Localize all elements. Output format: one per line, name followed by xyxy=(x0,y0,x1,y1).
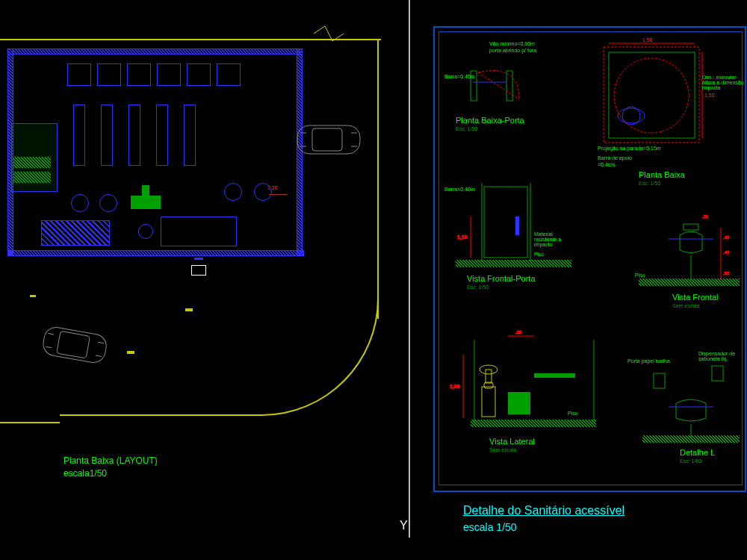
detail-vista-frontal-porta: 1,10 Barra=0,40m Material resistente a i… xyxy=(448,175,579,283)
wall-top xyxy=(7,49,300,55)
detail-planta-baixa: 1,50 1,50 Obs.: executar altura e dimens… xyxy=(598,37,740,167)
detail-vista-frontal: .40.46.80.31 Piso Vista Frontal Sem esca… xyxy=(639,209,743,302)
freezer xyxy=(41,220,110,246)
boundary-right-top xyxy=(377,39,379,319)
wall-bottom xyxy=(7,250,304,256)
detail-vista-lateral: 1,00.35 Piso Vista Lateral Sem escala xyxy=(448,329,605,444)
svg-text:.31: .31 xyxy=(702,214,709,219)
boundary-bottom-a xyxy=(0,422,60,423)
svg-rect-32 xyxy=(684,224,698,230)
sheet-title: Detalhe do Sanitário acessível xyxy=(463,504,624,517)
svg-rect-52 xyxy=(654,373,665,388)
svg-point-20 xyxy=(614,58,689,133)
svg-rect-19 xyxy=(604,47,699,143)
detail-planta-baixa-porta: Vão mínimo=0,80m porta abrindo p/ fora B… xyxy=(448,41,553,119)
detail-lavatorio: Porta papel toalha Dispensador de sabone… xyxy=(639,343,743,451)
layout-title: Planta Baixa (LAYOUT) xyxy=(63,455,158,466)
svg-point-18 xyxy=(618,108,645,123)
svg-text:1,50: 1,50 xyxy=(642,37,653,43)
svg-text:.40: .40 xyxy=(723,235,730,240)
svg-rect-44 xyxy=(486,370,492,383)
svg-text:1,10: 1,10 xyxy=(457,234,468,240)
road-curve xyxy=(217,299,379,416)
svg-rect-27 xyxy=(484,187,527,258)
round-table xyxy=(71,194,89,212)
svg-text:.80: .80 xyxy=(723,271,730,276)
checkout-desk xyxy=(161,217,237,246)
svg-line-8 xyxy=(48,334,54,335)
divider xyxy=(409,0,410,538)
ucs-marker: Y xyxy=(400,519,408,532)
svg-text:.46: .46 xyxy=(723,250,730,255)
fixture xyxy=(67,63,91,86)
svg-line-11 xyxy=(96,355,102,356)
car-parked-1 xyxy=(291,119,366,161)
svg-rect-53 xyxy=(712,366,723,381)
svg-rect-45 xyxy=(508,392,530,414)
cad-canvas[interactable]: 1.20 Planta Baixa (LAYOUT) escala1/50 Y … xyxy=(0,0,747,560)
svg-rect-1 xyxy=(312,128,342,151)
sheet-scale: escala 1/50 xyxy=(463,521,517,533)
svg-line-10 xyxy=(98,342,104,343)
svg-text:1,00: 1,00 xyxy=(450,384,460,389)
svg-rect-41 xyxy=(482,387,495,417)
svg-rect-13 xyxy=(506,71,512,101)
car-parked-2 xyxy=(34,319,115,373)
svg-line-9 xyxy=(46,346,52,347)
svg-rect-46 xyxy=(534,373,575,378)
svg-line-14 xyxy=(478,72,519,99)
svg-text:1,50: 1,50 xyxy=(704,93,715,98)
svg-text:.35: .35 xyxy=(515,330,522,335)
svg-rect-28 xyxy=(515,217,519,235)
shelf-col xyxy=(73,105,85,166)
layout-scale: escala1/50 xyxy=(63,468,107,479)
svg-rect-16 xyxy=(609,52,695,138)
svg-rect-0 xyxy=(297,125,360,154)
boundary-bottom-b xyxy=(60,414,217,416)
svg-rect-7 xyxy=(57,331,90,358)
svg-rect-6 xyxy=(41,326,108,364)
